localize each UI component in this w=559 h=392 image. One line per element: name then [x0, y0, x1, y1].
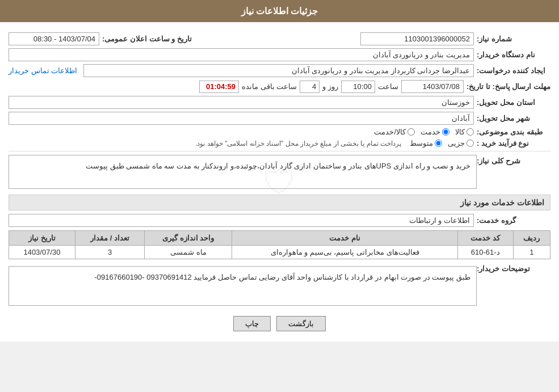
col-kod: کد خدمت	[457, 231, 513, 246]
label-mohlat: مهلت ارسال پاسخ: تا تاریخ:	[466, 82, 550, 91]
label-baghimande: ساعت باقی مانده	[242, 82, 297, 91]
col-radif: ردیف	[513, 231, 550, 246]
farayand-note: پرداخت تمام یا بخشی از مبلغ خریداز محل "…	[195, 140, 401, 147]
button-row: بازگشت چاپ	[9, 316, 550, 331]
cell-vahed: ماه شمسی	[145, 246, 232, 259]
label-saat: ساعت	[378, 82, 398, 91]
label-towzih: توضیحات خریدار:	[477, 263, 550, 273]
cell-tedad: 3	[75, 246, 144, 259]
radio-group-farayand: جزیی متوسط	[410, 139, 474, 147]
cell-radif: 1	[513, 246, 550, 259]
page-header: جزئیات اطلاعات نیاز	[0, 0, 559, 22]
print-button[interactable]: چاپ	[233, 316, 271, 331]
radio-jozii[interactable]: جزیی	[448, 139, 474, 147]
radio-khadamat[interactable]: خدمت	[421, 128, 449, 136]
label-sharh: شرح کلی نیاز:	[477, 155, 550, 165]
services-table: ردیف کد خدمت نام خدمت واحد اندازه گیری ت…	[9, 230, 550, 259]
label-tabaghe: طبقه بندی موضوعی:	[477, 128, 550, 136]
label-groheKhadamat: گروه خدمت:	[477, 216, 550, 225]
label-shahr: شهر محل تحویل:	[477, 114, 550, 123]
label-noeFarayand: نوع فرآیند خرید :	[477, 139, 550, 147]
table-row: 1 د-61-610 فعالیت‌های مخابراتی پاسیم، بی…	[9, 246, 550, 259]
label-ostan: استان محل تحویل:	[477, 98, 550, 107]
field-mohlat-roz: 4	[300, 81, 320, 93]
cell-kod: د-61-610	[457, 246, 513, 259]
col-tedad: تعداد / مقدار	[75, 231, 144, 246]
section-khadamat: اطلاعات خدمات مورد نیاز	[9, 195, 550, 210]
field-ostan: خوزستان	[9, 96, 474, 109]
field-groheKhadamat: اطلاعات و ارتباطات	[9, 214, 474, 227]
cell-tarikh: 1403/07/30	[9, 246, 75, 259]
field-mohlat-date: 1403/07/08	[401, 80, 464, 93]
radio-group-tabaghe: کالا خدمت کالا/خدمت	[374, 128, 474, 136]
radio-motovaset[interactable]: متوسط	[410, 139, 442, 147]
field-baghimande: 01:04:59	[199, 81, 239, 93]
field-tarikh: 1403/07/04 - 08:30	[9, 32, 99, 45]
field-towzih: طبق پیوست در صورت ابهام در قرارداد با کا…	[9, 266, 477, 306]
col-nam: نام خدمت	[232, 231, 457, 246]
field-namDastgah: مدیریت بنادر و دریانوردی آبادان	[9, 48, 474, 61]
label-eijadKonande: ایجاد کننده درخواست:	[477, 66, 550, 75]
label-namDastgah: نام دستگاه خریدار:	[477, 50, 550, 59]
field-eijadKonande: عبدالرضا جردانی کاربرداز مدیریت بنادر و …	[83, 64, 474, 77]
field-shahr: آبادان	[9, 112, 474, 125]
label-roz: روز و	[322, 82, 338, 91]
field-mohlat-saat: 10:00	[341, 81, 375, 93]
link-etelaatTamas[interactable]: اطلاعات تماس خریدار	[9, 66, 77, 75]
col-tarikh: تاریخ نیاز	[9, 231, 75, 246]
radio-kala[interactable]: کالا	[455, 128, 474, 136]
label-shomareNiaz: شماره نیاز:	[477, 35, 550, 43]
label-tarikh: تاریخ و ساعت اعلان عمومی:	[102, 35, 192, 43]
field-shomareNiaz: 1103001396000052	[360, 32, 474, 45]
back-button[interactable]: بازگشت	[276, 316, 326, 331]
col-vahed: واحد اندازه گیری	[145, 231, 232, 246]
field-sharh: خرید و نصب و راه اندازی UPSهای بنادر و س…	[9, 155, 477, 189]
page-title: جزئیات اطلاعات نیاز	[241, 6, 318, 16]
radio-kala-khadamat[interactable]: کالا/خدمت	[374, 128, 415, 136]
cell-nam: فعالیت‌های مخابراتی پاسیم، بی‌سیم و ماهو…	[232, 246, 457, 259]
